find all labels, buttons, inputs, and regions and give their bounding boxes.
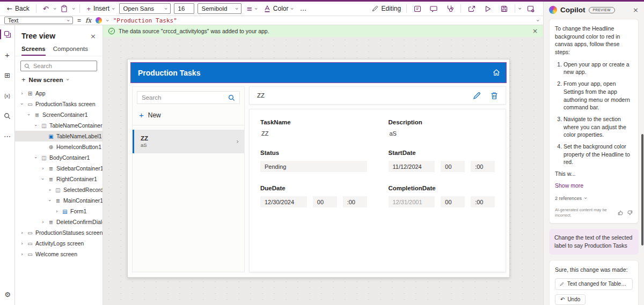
- duedate-minute-input[interactable]: :00: [343, 196, 367, 207]
- new-record-button[interactable]: + New: [133, 108, 244, 125]
- taskname-value[interactable]: ZZ: [260, 130, 367, 137]
- tree-row[interactable]: › ▭ ProductionStatuses screen: [15, 227, 103, 238]
- show-more-link[interactable]: Show more: [555, 182, 633, 190]
- publish-button[interactable]: [524, 3, 538, 14]
- save-button[interactable]: [497, 3, 511, 14]
- tree-row[interactable]: › ◫ BodyContainer1: [15, 152, 103, 163]
- edit-record-pencil-icon[interactable]: [473, 92, 481, 100]
- tree-expand-chevron-icon[interactable]: ›: [19, 230, 25, 235]
- undo-menu-chevron-icon[interactable]: ›: [51, 8, 58, 10]
- comments-button[interactable]: [427, 3, 441, 14]
- font-family-select[interactable]: Open Sans ›: [119, 3, 171, 14]
- delete-record-trash-icon[interactable]: [491, 92, 498, 100]
- insert-rail-button[interactable]: +: [0, 49, 15, 61]
- tree-row[interactable]: › ⊕ HomeIconButton1: [15, 142, 103, 152]
- data-rail-button[interactable]: ⊞: [0, 69, 15, 81]
- record-list-item[interactable]: ZZ aS ›: [133, 130, 244, 153]
- formula-input[interactable]: "Production Tasks": [113, 17, 532, 24]
- tree-row[interactable]: › ◫ TableNameContainer1: [15, 120, 103, 131]
- more-rail-button[interactable]: ⋯: [0, 130, 15, 142]
- copilot-formula-assist-icon[interactable]: [96, 17, 102, 24]
- formula-expand-chevron-icon[interactable]: ›: [534, 19, 541, 21]
- tree-expand-chevron-icon[interactable]: ›: [33, 123, 39, 128]
- tree-row[interactable]: › ⊞ App: [15, 88, 103, 99]
- tree-row[interactable]: › ≣ DeleteConfirmDialogConta: [15, 217, 103, 227]
- tree-expand-chevron-icon[interactable]: ›: [19, 101, 25, 107]
- record-search-input[interactable]: Search: [137, 91, 240, 104]
- completiondate-hour-input[interactable]: 00: [441, 196, 465, 207]
- completiondate-date-input[interactable]: 12/31/2001: [389, 196, 435, 207]
- tree-search-input[interactable]: Search: [20, 61, 97, 71]
- tree-expand-chevron-icon[interactable]: ›: [47, 187, 53, 192]
- back-button[interactable]: ← Back: [5, 4, 31, 13]
- undo-button[interactable]: ↶: [41, 4, 50, 13]
- insert-button[interactable]: + Insert ›: [85, 4, 116, 13]
- notification-close-icon[interactable]: ×: [532, 27, 538, 35]
- app-checker-button[interactable]: [411, 3, 425, 14]
- undo-button[interactable]: ↶ Undo: [555, 294, 586, 305]
- home-button[interactable]: [486, 63, 506, 83]
- preview-play-button[interactable]: [481, 3, 495, 14]
- editing-mode-button[interactable]: Editing: [370, 4, 402, 13]
- thumbs-up-icon[interactable]: [618, 210, 623, 215]
- tree-expand-chevron-icon[interactable]: ›: [19, 241, 25, 246]
- tree-expand-chevron-icon[interactable]: ›: [40, 166, 46, 171]
- settings-button[interactable]: ⚙: [0, 291, 15, 299]
- canvas-area: ✓ The data source "crccd_activitylogs" w…: [103, 25, 543, 305]
- description-value[interactable]: aS: [389, 130, 495, 137]
- tab-components[interactable]: Components: [53, 43, 88, 56]
- variables-rail-button[interactable]: {x}: [0, 90, 15, 101]
- tree-row[interactable]: › ≣ RightContainer1: [15, 174, 103, 184]
- search-rail-button[interactable]: [0, 110, 15, 122]
- tree-expand-chevron-icon[interactable]: ›: [40, 219, 46, 225]
- tree-expand-chevron-icon[interactable]: ›: [19, 91, 25, 96]
- color-button[interactable]: Color ›: [262, 4, 295, 13]
- text-align-icon: ≡: [246, 5, 252, 12]
- tree-row[interactable]: › ▭ ActivityLogs screen: [15, 238, 103, 249]
- copilot-close-icon[interactable]: ×: [633, 6, 639, 14]
- chevron-down-icon[interactable]: ›: [104, 19, 111, 21]
- tree-expand-chevron-icon[interactable]: ›: [33, 155, 39, 160]
- tree-row[interactable]: › ▭ ProductionTasks screen: [15, 99, 103, 109]
- ellipsis-icon: ⋯: [4, 132, 11, 140]
- tree-view-rail-button[interactable]: [0, 28, 15, 40]
- change-made-button[interactable]: Text changed for TableNameLa...: [555, 278, 633, 290]
- startdate-hour-input[interactable]: 00: [441, 161, 465, 172]
- status-input[interactable]: Pending: [260, 161, 367, 172]
- tree-expand-chevron-icon[interactable]: ›: [19, 251, 25, 257]
- tree-row[interactable]: › ≣ MainContainer1: [15, 195, 103, 206]
- tree-expand-chevron-icon[interactable]: ›: [47, 198, 53, 203]
- tree-row[interactable]: › ≣ ScreenContainer1: [15, 109, 103, 120]
- new-screen-button[interactable]: + New screen ›: [15, 71, 103, 87]
- tree-expand-chevron-icon[interactable]: ›: [40, 176, 46, 182]
- app-header-label-selected[interactable]: Production Tasks: [131, 63, 506, 83]
- thumbs-down-icon[interactable]: [627, 210, 633, 215]
- duedate-hour-input[interactable]: 00: [313, 196, 337, 207]
- vertical-scrollbar[interactable]: [641, 134, 643, 246]
- tree-row[interactable]: › ▣ TableNameLabel1: [15, 131, 103, 142]
- property-select[interactable]: Text ›: [4, 17, 73, 24]
- completiondate-minute-input[interactable]: :00: [471, 196, 495, 207]
- share-button[interactable]: [465, 3, 479, 14]
- tree-expand-chevron-icon[interactable]: ›: [26, 112, 32, 117]
- startdate-minute-input[interactable]: :00: [471, 161, 495, 172]
- tree-row[interactable]: › ▤ Form1: [15, 206, 103, 217]
- references-toggle[interactable]: 2 references ›: [555, 194, 633, 202]
- save-menu-chevron-icon[interactable]: ›: [517, 8, 524, 10]
- overflow-button[interactable]: …: [298, 4, 308, 13]
- tree-expand-chevron-icon[interactable]: ›: [54, 209, 60, 214]
- divider: [460, 4, 461, 13]
- alignment-button[interactable]: ≡ ›: [245, 4, 259, 13]
- font-size-input[interactable]: 16: [174, 3, 194, 14]
- duedate-date-input[interactable]: 12/30/2024: [260, 196, 307, 207]
- tree-row[interactable]: › ◫ SelectedRecordHeade: [15, 184, 103, 195]
- startdate-date-input[interactable]: 11/12/2024: [389, 161, 435, 172]
- font-weight-select[interactable]: Semibold ›: [197, 3, 241, 14]
- tree-row[interactable]: › ▭ Welcome screen: [15, 249, 103, 259]
- tab-screens[interactable]: Screens: [21, 43, 46, 56]
- app-doctor-button[interactable]: [443, 3, 457, 14]
- paste-button[interactable]: [59, 4, 69, 13]
- tree-row[interactable]: › ≣ SidebarContainer1: [15, 163, 103, 174]
- paste-menu-chevron-icon[interactable]: ›: [70, 8, 77, 10]
- close-icon[interactable]: ×: [90, 32, 96, 40]
